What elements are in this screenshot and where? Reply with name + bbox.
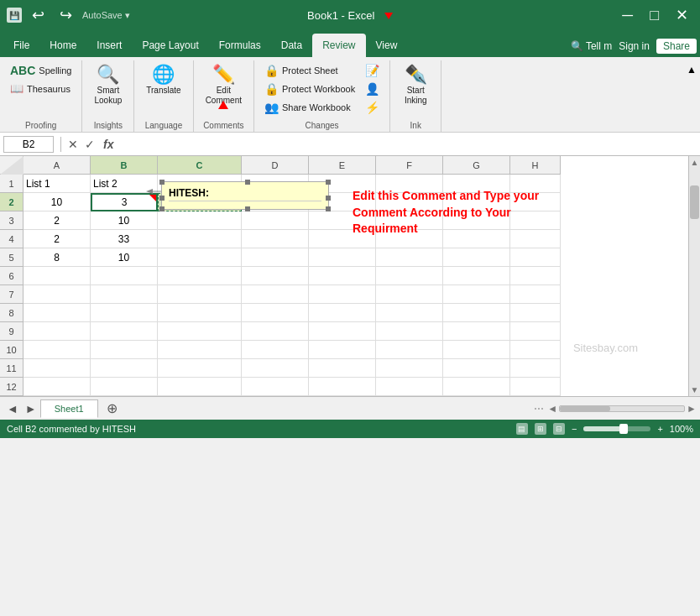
zoom-minus-btn[interactable]: − (572, 424, 577, 434)
cell-e5[interactable] (309, 248, 376, 267)
allow-users-button[interactable]: 👤 (362, 81, 383, 97)
cell-b4[interactable]: 33 (91, 230, 158, 248)
tab-insert[interactable]: Insert (86, 34, 132, 57)
cell-h7[interactable] (510, 285, 561, 304)
cell-b1[interactable]: List 2 (91, 175, 158, 193)
sheet-tab-sheet1[interactable]: Sheet1 (40, 399, 98, 418)
comment-handle-ml[interactable] (159, 196, 165, 201)
cell-e8[interactable] (309, 304, 376, 322)
row-header-5[interactable]: 5 (0, 248, 24, 267)
col-header-c[interactable]: C (158, 156, 242, 175)
cell-f6[interactable] (376, 267, 443, 285)
comment-handle-bl[interactable] (159, 206, 165, 211)
tab-formulas[interactable]: Formulas (209, 34, 271, 57)
translate-button[interactable]: 🌐 Translate (141, 62, 185, 97)
cell-d5[interactable] (242, 248, 309, 267)
track-changes-button[interactable]: 📝 (362, 62, 383, 79)
cell-a6[interactable] (24, 267, 91, 285)
cell-b10[interactable] (91, 341, 158, 359)
sheet-prev-btn[interactable]: ◄ (3, 402, 22, 415)
view-normal-icon[interactable]: ▤ (516, 423, 528, 435)
col-header-b[interactable]: B (91, 156, 158, 175)
cell-g7[interactable] (443, 285, 510, 304)
tab-view[interactable]: View (366, 34, 408, 57)
cell-c10[interactable] (158, 341, 242, 359)
col-header-g[interactable]: G (443, 156, 510, 175)
row-header-10[interactable]: 10 (0, 341, 24, 359)
view-layout-icon[interactable]: ⊞ (535, 423, 546, 435)
col-header-a[interactable]: A (24, 156, 91, 175)
cell-c7[interactable] (158, 285, 242, 304)
scroll-up-arrow[interactable]: ▲ (689, 156, 700, 169)
cell-e12[interactable] (309, 378, 376, 396)
tab-review[interactable]: Review (312, 34, 365, 57)
cell-e10[interactable] (309, 341, 376, 359)
comment-handle-tl[interactable] (159, 180, 165, 185)
cell-h12[interactable] (510, 378, 561, 396)
cell-c3[interactable] (158, 211, 242, 230)
cell-b5[interactable]: 10 (91, 248, 158, 267)
cell-g12[interactable] (443, 378, 510, 396)
cell-d11[interactable] (242, 359, 309, 378)
share-label[interactable]: Share (656, 39, 697, 54)
cell-f8[interactable] (376, 304, 443, 322)
row-header-1[interactable]: 1 (0, 175, 24, 193)
cell-g6[interactable] (443, 267, 510, 285)
cell-a1[interactable]: List 1 (24, 175, 91, 193)
cell-c9[interactable] (158, 322, 242, 341)
cell-g9[interactable] (443, 322, 510, 341)
cell-d10[interactable] (242, 341, 309, 359)
cell-h9[interactable] (510, 322, 561, 341)
cell-d12[interactable] (242, 378, 309, 396)
cell-e11[interactable] (309, 359, 376, 378)
cell-b8[interactable] (91, 304, 158, 322)
compare-merge-button[interactable]: ⚡ (362, 99, 383, 116)
col-header-d[interactable]: D (242, 156, 309, 175)
cell-f9[interactable] (376, 322, 443, 341)
cell-g11[interactable] (443, 359, 510, 378)
sheet-next-btn[interactable]: ► (22, 402, 40, 415)
cell-a5[interactable]: 8 (24, 248, 91, 267)
cell-a8[interactable] (24, 304, 91, 322)
cell-d3[interactable] (242, 211, 309, 230)
cell-a12[interactable] (24, 378, 91, 396)
smart-lookup-button[interactable]: 🔍 SmartLookup (89, 62, 127, 107)
formula-input[interactable] (118, 138, 697, 150)
undo-btn[interactable]: ↩ (27, 4, 50, 26)
cell-g8[interactable] (443, 304, 510, 322)
zoom-slider[interactable] (583, 426, 650, 431)
cell-g5[interactable] (443, 248, 510, 267)
hscroll-track[interactable] (559, 405, 685, 412)
cell-reference[interactable] (3, 136, 54, 153)
add-sheet-btn[interactable]: ⊕ (100, 400, 124, 416)
row-header-2[interactable]: 2 (0, 193, 24, 211)
cell-a7[interactable] (24, 285, 91, 304)
cell-f11[interactable] (376, 359, 443, 378)
cell-a2[interactable]: 10 (24, 193, 91, 211)
cell-c8[interactable] (158, 304, 242, 322)
tab-data[interactable]: Data (271, 34, 312, 57)
cell-b7[interactable] (91, 285, 158, 304)
cell-c5[interactable] (158, 248, 242, 267)
row-header-8[interactable]: 8 (0, 304, 24, 322)
cell-c4[interactable] (158, 230, 242, 248)
cell-d7[interactable] (242, 285, 309, 304)
sign-in-label[interactable]: Sign in (619, 40, 650, 52)
tab-home[interactable]: Home (39, 34, 86, 57)
comment-box[interactable]: HITESH: (161, 181, 329, 210)
comment-handle-br[interactable] (326, 206, 331, 211)
cell-d8[interactable] (242, 304, 309, 322)
horizontal-scrollbar[interactable]: ◄ ► (547, 403, 697, 415)
hscroll-left[interactable]: ◄ (547, 403, 557, 415)
cell-b12[interactable] (91, 378, 158, 396)
cell-g10[interactable] (443, 341, 510, 359)
row-header-9[interactable]: 9 (0, 322, 24, 341)
cancel-icon[interactable]: ✕ (68, 138, 78, 151)
cell-c6[interactable] (158, 267, 242, 285)
start-inking-button[interactable]: ✒️ StartInking (397, 62, 434, 107)
cell-b2-selected[interactable]: 3 (91, 193, 158, 211)
hscroll-right[interactable]: ► (687, 403, 697, 415)
protect-sheet-button[interactable]: 🔒 Protect Sheet (261, 62, 358, 79)
tab-pagelayout[interactable]: Page Layout (132, 34, 208, 57)
row-header-11[interactable]: 11 (0, 359, 24, 378)
